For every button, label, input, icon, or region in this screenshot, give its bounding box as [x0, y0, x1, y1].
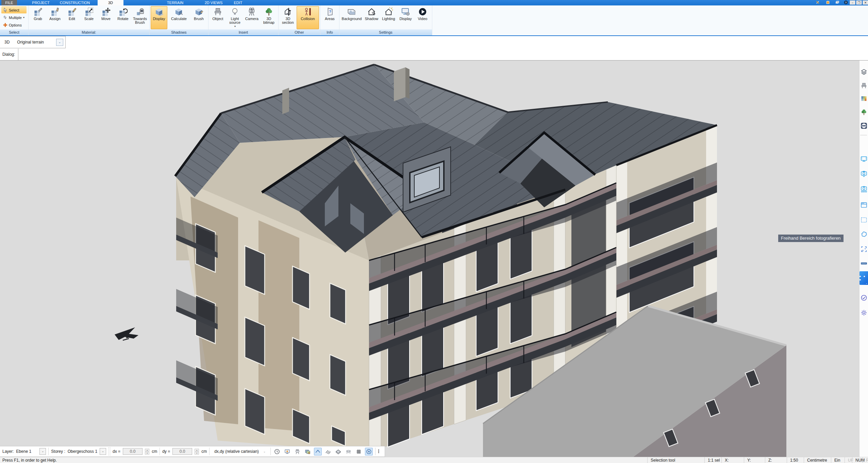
assign-button[interactable]: Assign: [47, 6, 63, 29]
dy-stepper[interactable]: ▲▼: [195, 449, 199, 455]
layer-dropdown[interactable]: ⌄: [39, 448, 46, 455]
roof-display-icon[interactable]: [314, 448, 322, 456]
shadow-button[interactable]: Shadow: [363, 6, 380, 29]
window-capture-icon[interactable]: [860, 201, 868, 209]
tab-project[interactable]: PROJECT: [29, 0, 53, 5]
furnishings-icon[interactable]: [860, 82, 868, 89]
3d-viewport[interactable]: Freihand Bereich fotografieren: [0, 61, 859, 457]
display-settings-icon[interactable]: [283, 448, 291, 456]
svg-text:Y: Y: [864, 248, 866, 250]
ribbon-group-settings: BackgroundShadowLightingDisplayVideoSett…: [339, 5, 432, 35]
storey-value[interactable]: Obergeschoss 1: [68, 449, 97, 454]
mini-toolbar-icon[interactable]: [860, 260, 868, 267]
chair-icon: [213, 7, 222, 16]
terrain-layers-icon[interactable]: [345, 448, 352, 456]
view-selector[interactable]: 3D Original terrain ⌄: [0, 36, 66, 48]
lighting-button[interactable]: Lighting: [380, 6, 397, 29]
grid-icon[interactable]: [355, 448, 363, 456]
uf-flag: UF: [845, 457, 852, 463]
tab-construction[interactable]: CONSTRUCTION: [56, 0, 94, 5]
calculate-button[interactable]: Calculate: [168, 6, 190, 29]
view-selector-arrow-icon[interactable]: ⌄: [56, 39, 63, 46]
images-icon[interactable]: [304, 448, 312, 456]
layer-value[interactable]: Ebene 1: [16, 449, 37, 454]
multiple-button[interactable]: Multiple▾: [1, 14, 27, 21]
dy-unit: cm: [201, 449, 207, 454]
collision-button[interactable]: Collision: [297, 6, 319, 29]
button-label: Brush: [194, 17, 204, 21]
storey-dropdown[interactable]: ⌄: [100, 448, 106, 455]
tab-terrain[interactable]: TERRAIN: [164, 0, 187, 5]
tab-3d[interactable]: 3D: [98, 0, 123, 5]
edit-button[interactable]: Edit: [64, 6, 80, 29]
remote-support-icon[interactable]: [860, 122, 868, 130]
video-icon: [418, 7, 427, 16]
mat-edit-icon: [67, 7, 77, 16]
confirm-icon[interactable]: [860, 294, 868, 302]
vegetation-icon[interactable]: [860, 108, 868, 116]
restore-button[interactable]: ❐: [856, 0, 862, 5]
areas-button[interactable]: ?Areas: [321, 6, 338, 29]
display-button[interactable]: Display: [151, 6, 167, 29]
rotate-button[interactable]: Rotate: [115, 6, 131, 29]
display-monitor-icon: [401, 7, 410, 16]
photo-icon[interactable]: [860, 170, 868, 177]
button-label: Scale: [84, 17, 94, 21]
view-mode-label: 3D: [4, 40, 10, 45]
move-button[interactable]: Move: [98, 6, 114, 29]
tab-file[interactable]: FILE: [1, 0, 17, 5]
ribbon-group-info: ?AreasInfo: [320, 5, 339, 35]
3d-bitmap-button[interactable]: 3D bitmap: [261, 6, 277, 29]
dy-label: dy =: [162, 449, 170, 454]
tab-2d-views[interactable]: 2D VIEWS: [201, 0, 226, 5]
coordinate-mode-combo[interactable]: dx,dy (relative cartesian)⌄: [212, 448, 268, 455]
north-arrow-icon[interactable]: N: [365, 448, 373, 456]
coord-y: Y:: [744, 457, 765, 463]
scale-button[interactable]: Scale: [81, 6, 97, 29]
camera-icon[interactable]: [294, 448, 301, 456]
dx-input[interactable]: 0.0: [123, 448, 143, 455]
video-button[interactable]: Video: [414, 6, 431, 29]
photo-web-icon[interactable]: WWW: [860, 186, 868, 193]
close-button[interactable]: ✕: [863, 0, 868, 5]
brush-button[interactable]: Brush: [190, 6, 207, 29]
time-icon[interactable]: [273, 448, 281, 456]
dy-input[interactable]: 0.0: [172, 448, 192, 455]
materials-palette-icon[interactable]: [860, 95, 868, 102]
object-button[interactable]: Object: [210, 6, 226, 29]
camera-button[interactable]: Camera: [244, 6, 260, 29]
tab-edit[interactable]: EDIT: [230, 0, 246, 5]
tile-icon[interactable]: [334, 448, 342, 456]
panels-icon[interactable]: [835, 0, 840, 5]
more-tools-button[interactable]: • • •⌄: [859, 271, 868, 285]
toolbar-grip[interactable]: •••: [378, 449, 379, 453]
view-selector-value[interactable]: Original terrain: [17, 40, 56, 45]
section-icon: [283, 7, 293, 16]
display-button[interactable]: Display: [397, 6, 414, 29]
button-label: Object: [213, 17, 223, 21]
unit: Centimetre: [804, 457, 831, 463]
minimize-button[interactable]: –: [850, 0, 855, 5]
select-button[interactable]: Select: [1, 6, 27, 14]
options-button[interactable]: Options: [1, 21, 27, 29]
button-label: Assign: [49, 17, 61, 21]
building-model: [0, 61, 859, 457]
hatching-icon[interactable]: [324, 448, 332, 456]
video-recording-icon[interactable]: [860, 155, 868, 163]
light-source-button[interactable]: Light source▾: [227, 6, 243, 29]
selection-area-icon[interactable]: [860, 216, 868, 224]
coordinates-icon[interactable]: YX: [860, 245, 868, 253]
background-button[interactable]: Background: [340, 6, 363, 29]
collision-icon: [303, 7, 312, 16]
help-icon[interactable]: ?: [844, 0, 849, 5]
addon-box-icon[interactable]: [826, 0, 831, 5]
dx-stepper[interactable]: ▲▼: [145, 449, 149, 455]
tools-icon[interactable]: [816, 0, 820, 5]
settings-gear-icon[interactable]: [860, 309, 868, 316]
grab-button[interactable]: Grab: [30, 6, 46, 29]
layers-icon[interactable]: [860, 68, 868, 76]
freehand-area-icon[interactable]: [860, 231, 868, 238]
mat-scale-icon: [84, 7, 94, 16]
3d-section-button[interactable]: 3D section: [280, 6, 296, 29]
towards-brush-button[interactable]: Towards Brush: [132, 6, 148, 29]
